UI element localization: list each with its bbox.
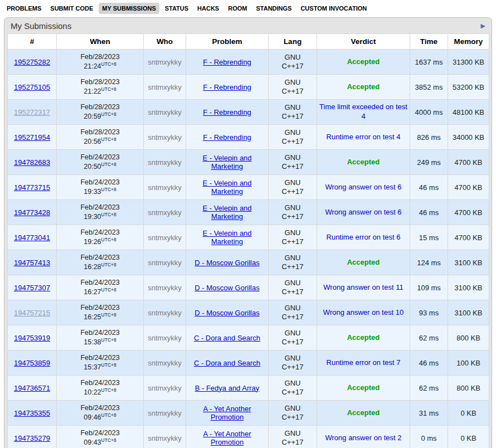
problem-link[interactable]: D - Moscow Gorillas xyxy=(194,309,259,317)
user-link[interactable]: sntmxykky xyxy=(148,83,182,91)
user-link[interactable]: sntmxykky xyxy=(148,334,182,342)
submission-id-link[interactable]: 195272317 xyxy=(14,108,50,116)
user-link[interactable]: sntmxykky xyxy=(148,434,182,442)
submission-verdict-cell: Accepted xyxy=(317,325,410,350)
user-link[interactable]: sntmxykky xyxy=(148,233,182,242)
lang-label: GNU C++17 xyxy=(278,304,307,322)
expand-arrow-icon[interactable]: ▶ xyxy=(480,23,487,29)
nav-item-standings[interactable]: STANDINGS xyxy=(252,3,295,14)
problem-link[interactable]: E - Velepin and Marketing xyxy=(202,179,251,196)
user-link[interactable]: sntmxykky xyxy=(148,158,182,167)
nav-item-submit-code[interactable]: SUBMIT CODE xyxy=(47,3,96,14)
user-link[interactable]: sntmxykky xyxy=(148,133,182,142)
problem-link[interactable]: F - Rebrending xyxy=(203,108,251,116)
problem-link[interactable]: D - Moscow Gorillas xyxy=(194,259,259,267)
submission-id-link[interactable]: 194736571 xyxy=(14,384,50,392)
submission-time-of-day: 09:46 xyxy=(84,414,101,422)
submission-lang: GNU C++17 xyxy=(269,200,317,225)
submission-memory: 31300 KB xyxy=(448,50,489,75)
submission-id-link[interactable]: 194735355 xyxy=(14,409,50,417)
user-link[interactable]: sntmxykky xyxy=(148,409,182,417)
submission-row: 195275282 Feb/28/202321:24UTC+8 sntmxykk… xyxy=(8,50,489,75)
submission-exec-time: 3852 ms xyxy=(410,75,448,100)
problem-link[interactable]: F - Rebrending xyxy=(203,133,251,142)
submission-date: Feb/24/2023 xyxy=(80,354,119,362)
submission-who-cell: sntmxykky xyxy=(144,125,186,150)
submission-time-of-day: 16:28 xyxy=(84,264,101,271)
submission-id-link[interactable]: 194773715 xyxy=(14,183,50,192)
nav-item-room[interactable]: ROOM xyxy=(225,3,250,14)
submissions-table: #WhenWhoProblemLangVerdictTimeMemory 195… xyxy=(7,33,489,448)
submission-time-of-day: 19:26 xyxy=(84,238,101,246)
submission-who-cell: sntmxykky xyxy=(144,426,186,448)
submission-id-link[interactable]: 194773041 xyxy=(14,233,50,242)
nav-item-my-submissions[interactable]: MY SUBMISSIONS xyxy=(99,3,159,14)
nav-item-hacks[interactable]: HACKS xyxy=(194,3,222,14)
nav-item-custom-invocation[interactable]: CUSTOM INVOCATION xyxy=(297,3,370,14)
timezone-label: UTC+8 xyxy=(101,212,116,217)
lang-label: GNU C++17 xyxy=(278,53,307,71)
submission-row: 194735355 Feb/24/202309:46UTC+8 sntmxykk… xyxy=(8,401,489,426)
submission-id-link[interactable]: 194753859 xyxy=(14,359,50,367)
nav-item-problems[interactable]: PROBLEMS xyxy=(3,3,45,14)
user-link[interactable]: sntmxykky xyxy=(148,359,182,367)
verdict-text: Accepted xyxy=(347,258,380,266)
verdict-text: Accepted xyxy=(347,57,380,66)
submission-date: Feb/28/2023 xyxy=(80,78,119,86)
user-link[interactable]: sntmxykky xyxy=(148,183,182,192)
user-link[interactable]: sntmxykky xyxy=(148,208,182,217)
submission-when: Feb/24/202309:46UTC+8 xyxy=(57,401,144,426)
problem-link[interactable]: F - Rebrending xyxy=(203,83,251,91)
submission-problem-cell: D - Moscow Gorillas xyxy=(186,250,269,275)
submission-id-link[interactable]: 194773428 xyxy=(14,208,50,217)
problem-link[interactable]: E - Velepin and Marketing xyxy=(202,204,251,221)
nav-item-status[interactable]: STATUS xyxy=(162,3,192,14)
submission-memory: 4700 KB xyxy=(448,225,489,250)
submission-id-link[interactable]: 195271954 xyxy=(14,133,50,142)
problem-link[interactable]: E - Velepin and Marketing xyxy=(202,229,251,246)
user-link[interactable]: sntmxykky xyxy=(148,384,182,392)
submission-id-link[interactable]: 195275282 xyxy=(14,58,50,66)
submission-id-cell: 194773428 xyxy=(8,200,57,225)
problem-link[interactable]: D - Moscow Gorillas xyxy=(194,284,259,292)
submission-id-link[interactable]: 194757215 xyxy=(14,309,50,317)
submission-verdict-cell: Wrong answer on test 6 xyxy=(317,200,410,225)
user-link[interactable]: sntmxykky xyxy=(148,58,182,66)
user-link[interactable]: sntmxykky xyxy=(148,108,182,116)
problem-link[interactable]: F - Rebrending xyxy=(203,58,251,66)
submission-id-link[interactable]: 194735279 xyxy=(14,434,50,442)
problem-link[interactable]: E - Velepin and Marketing xyxy=(202,154,251,171)
problem-link[interactable]: C - Dora and Search xyxy=(194,334,260,342)
submission-id-link[interactable]: 195275105 xyxy=(14,83,50,91)
submission-id-link[interactable]: 194753919 xyxy=(14,334,50,342)
submission-when: Feb/24/202319:33UTC+8 xyxy=(57,175,144,200)
submission-when: Feb/24/202315:38UTC+8 xyxy=(57,325,144,350)
user-link[interactable]: sntmxykky xyxy=(148,284,182,292)
submission-row: 195271954 Feb/28/202320:56UTC+8 sntmxykk… xyxy=(8,125,489,150)
lang-label: GNU C++17 xyxy=(278,153,307,172)
submission-date: Feb/24/2023 xyxy=(80,228,119,236)
lang-label: GNU C++17 xyxy=(278,78,307,96)
submission-memory: 3100 KB xyxy=(448,250,489,275)
submission-exec-time: 62 ms xyxy=(410,376,448,401)
submission-id-cell: 194753859 xyxy=(8,350,57,376)
user-link[interactable]: sntmxykky xyxy=(148,259,182,267)
column-header-id: # xyxy=(8,34,57,50)
submission-id-link[interactable]: 194757413 xyxy=(14,259,50,267)
submission-id-link[interactable]: 194757307 xyxy=(14,284,50,292)
timezone-label: UTC+8 xyxy=(101,387,116,393)
problem-link[interactable]: A - Yet Another Promotion xyxy=(203,405,251,421)
user-link[interactable]: sntmxykky xyxy=(148,309,182,317)
submission-id-cell: 194753919 xyxy=(8,325,57,350)
lang-label: GNU C++17 xyxy=(278,103,307,121)
submission-when: Feb/24/202315:37UTC+8 xyxy=(57,350,144,376)
submission-time-of-day: 20:59 xyxy=(84,113,101,121)
submission-date: Feb/24/2023 xyxy=(80,379,119,387)
submission-id-cell: 195275105 xyxy=(8,75,57,100)
problem-link[interactable]: B - Fedya and Array xyxy=(195,384,260,392)
submission-memory: 3100 KB xyxy=(448,275,489,300)
submission-id-link[interactable]: 194782683 xyxy=(14,158,50,167)
problem-link[interactable]: C - Dora and Search xyxy=(194,359,260,367)
problem-link[interactable]: A - Yet Another Promotion xyxy=(203,430,251,446)
submission-row: 194757215 Feb/24/202316:25UTC+8 sntmxykk… xyxy=(8,300,489,325)
